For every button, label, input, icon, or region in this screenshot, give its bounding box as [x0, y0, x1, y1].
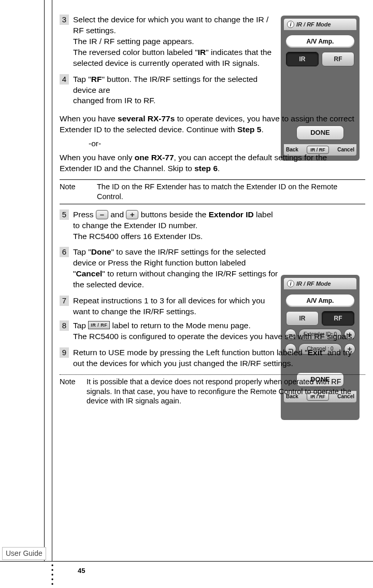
step-3: 3 Select the device for which you want t… [60, 15, 282, 69]
step-4-body: Tap "RF" button. The IR/RF settings for … [73, 74, 282, 107]
note1-rule-top [60, 179, 365, 180]
step-5-number: 5 [60, 209, 69, 220]
step-9-number: 9 [60, 347, 69, 358]
step-8: 8 Tap IR / RF label to return to the Mod… [60, 320, 365, 342]
step-7-number: 7 [60, 296, 69, 306]
minus-button-icon: – [96, 210, 108, 219]
step-3-body: Select the device for which you want to … [73, 15, 282, 69]
step-6-body: Tap "Done" to save the IR/RF settings fo… [73, 247, 282, 290]
note-2: Note It is possible that a device does n… [60, 377, 365, 407]
mid-paragraph-1: When you have several RX-77s to operate … [60, 114, 365, 135]
step-7-body: Repeat instructions 1 to 3 for all devic… [73, 296, 282, 317]
step-6: 6 Tap "Done" to save the IR/RF settings … [60, 247, 282, 290]
plus-button-icon: + [126, 210, 138, 219]
step-7: 7 Repeat instructions 1 to 3 for all dev… [60, 296, 282, 317]
step-9-body: Return to USE mode by pressing the Left … [73, 347, 365, 369]
step-8-number: 8 [60, 320, 69, 331]
mid-paragraph-2: When you have only one RX-77, you can ac… [60, 152, 365, 174]
step-5-body: Press – and + buttons beside the Extendo… [73, 209, 282, 242]
dotted-leader: ••••• [51, 563, 53, 586]
note-2-label: Note [60, 377, 87, 407]
note-1: Note The ID on the RF Extender has to ma… [60, 182, 365, 202]
footer-rule [0, 561, 373, 562]
note-1-label: Note [60, 182, 97, 202]
step-6-number: 6 [60, 247, 69, 257]
step-4: 4 Tap "RF" button. The IR/RF settings fo… [60, 74, 282, 107]
note-2-body: It is possible that a device does not re… [87, 377, 365, 407]
user-guide-label: User Guide [2, 547, 46, 560]
step-9: 9 Return to USE mode by pressing the Lef… [60, 347, 365, 369]
step-8-body: Tap IR / RF label to return to the Mode … [73, 320, 365, 342]
step-4-number: 4 [60, 74, 69, 85]
step-3-number: 3 [60, 15, 69, 25]
page-number: 45 [78, 566, 85, 576]
or-separator: -or- [89, 138, 365, 149]
step-5: 5 Press – and + buttons beside the Exten… [60, 209, 282, 242]
note2-rule-top [60, 374, 365, 375]
note-1-body: The ID on the RF Extender has to match t… [97, 182, 365, 202]
ir-rf-label-icon: IR / RF [88, 321, 110, 329]
note1-rule-bottom [60, 204, 365, 204]
